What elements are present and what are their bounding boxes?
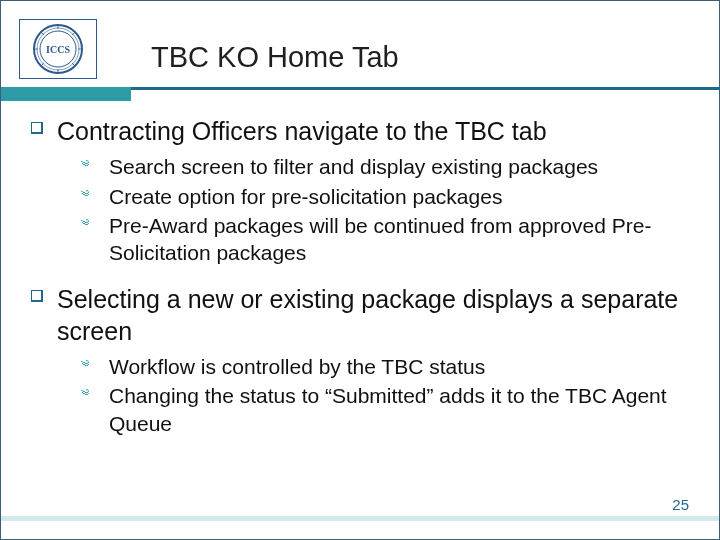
footer-accent-bar [1, 516, 719, 521]
sub-bullet-text: Search screen to filter and display exis… [109, 153, 598, 180]
sub-bullet-group: ༄ Workflow is controlled by the TBC stat… [81, 353, 689, 437]
bullet-level1: Contracting Officers navigate to the TBC… [31, 116, 689, 147]
slide-body: Contracting Officers navigate to the TBC… [31, 116, 689, 439]
wave-bullet-icon: ༄ [81, 187, 99, 202]
svg-rect-13 [31, 290, 42, 301]
slide-header: ICCS TBC KO Home Tab [1, 1, 719, 89]
bullet-level1: Selecting a new or existing package disp… [31, 284, 689, 347]
bullet-level2: ༄ Pre-Award packages will be continued f… [81, 212, 689, 267]
wave-bullet-icon: ༄ [81, 157, 99, 172]
bullet-level2: ༄ Create option for pre-solicitation pac… [81, 183, 689, 210]
bullet-text: Selecting a new or existing package disp… [57, 284, 689, 347]
sub-bullet-group: ༄ Search screen to filter and display ex… [81, 153, 689, 266]
wave-bullet-icon: ༄ [81, 357, 99, 372]
bullet-level2: ༄ Changing the status to “Submitted” add… [81, 382, 689, 437]
sub-bullet-text: Workflow is controlled by the TBC status [109, 353, 485, 380]
bullet-level2: ༄ Search screen to filter and display ex… [81, 153, 689, 180]
sub-bullet-text: Create option for pre-solicitation packa… [109, 183, 502, 210]
square-bullet-icon [31, 290, 45, 302]
square-bullet-icon [31, 122, 45, 134]
seal-icon: ICCS [32, 23, 84, 75]
svg-text:ICCS: ICCS [46, 44, 70, 55]
page-number: 25 [672, 496, 689, 513]
sub-bullet-text: Pre-Award packages will be continued fro… [109, 212, 689, 267]
logo-box: ICCS [19, 19, 97, 79]
slide: ICCS TBC KO Home Tab [0, 0, 720, 540]
bullet-level2: ༄ Workflow is controlled by the TBC stat… [81, 353, 689, 380]
sub-bullet-text: Changing the status to “Submitted” adds … [109, 382, 689, 437]
bullet-text: Contracting Officers navigate to the TBC… [57, 116, 547, 147]
slide-title: TBC KO Home Tab [151, 41, 399, 74]
wave-bullet-icon: ༄ [81, 216, 99, 231]
svg-rect-12 [31, 122, 42, 133]
wave-bullet-icon: ༄ [81, 386, 99, 401]
title-underline [1, 84, 720, 94]
